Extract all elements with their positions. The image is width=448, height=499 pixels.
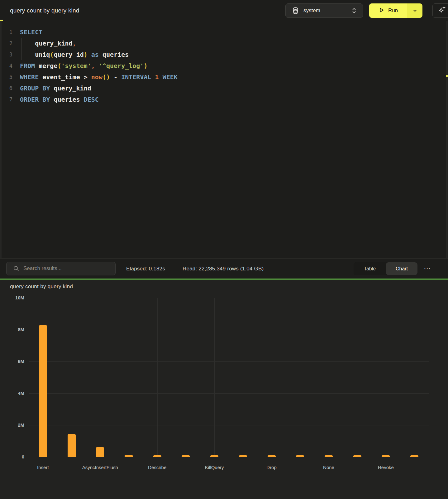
bar-chart: 02M4M6M8M10MInsertAsyncInsertFlushDescri…	[0, 280, 448, 499]
code-token-pn: ,	[91, 62, 95, 70]
code-token-pl	[20, 40, 35, 47]
bar-unlabeled	[125, 455, 133, 457]
bar-unlabeled	[353, 455, 361, 457]
y-axis-tick-label: 10M	[6, 295, 24, 301]
x-axis-tick-label: KillQuery	[188, 465, 241, 470]
code-token-pl	[95, 62, 99, 70]
gridline-horizontal	[29, 361, 429, 362]
code-token-id: query_id	[54, 51, 83, 58]
search-icon	[13, 266, 19, 271]
chevron-down-icon	[413, 8, 417, 13]
code-token-kw: GROUP BY	[20, 85, 50, 92]
gridline-vertical	[329, 298, 329, 457]
code-line[interactable]: 6GROUP BY query_kind	[0, 83, 442, 94]
code-token-pl	[39, 73, 42, 81]
bar-unlabeled	[296, 455, 304, 457]
cursor-edge-marker	[0, 20, 3, 21]
gridline-horizontal	[29, 298, 429, 298]
line-number: 6	[0, 83, 12, 94]
gridline-horizontal	[29, 330, 429, 330]
code-token-kw: INTERVAL	[121, 73, 151, 81]
gridline-horizontal	[29, 393, 429, 394]
search-box[interactable]	[6, 262, 116, 275]
bar-Revoke	[382, 455, 390, 457]
select-chevrons-icon	[352, 7, 356, 14]
gridline-vertical	[386, 298, 386, 457]
code-line[interactable]: 5WHERE event_time > now() - INTERVAL 1 W…	[0, 71, 442, 83]
code-token-pl	[35, 62, 39, 70]
line-number: 4	[0, 60, 12, 71]
code-token-str: 'system'	[61, 62, 91, 70]
y-axis-tick-label: 8M	[6, 327, 24, 332]
database-selected-value: system	[303, 7, 320, 14]
code-token-pl	[110, 73, 114, 81]
code-token-pl	[50, 85, 54, 92]
code-token-pl	[88, 73, 91, 81]
code-line[interactable]: 2 query_kind,	[0, 38, 442, 49]
database-icon	[293, 7, 298, 14]
line-number: 3	[0, 49, 12, 60]
code-token-pl	[88, 51, 91, 58]
gridline-vertical	[157, 298, 158, 457]
code-line[interactable]: 7ORDER BY queries DESC	[0, 94, 442, 105]
bar-unlabeled	[410, 455, 418, 457]
run-button-label: Run	[388, 7, 398, 14]
code-text: WHERE event_time > now() - INTERVAL 1 WE…	[20, 71, 178, 83]
tab-chart[interactable]: Chart	[386, 262, 417, 275]
gridline-horizontal	[29, 425, 429, 425]
code-text: ORDER BY queries DESC	[20, 94, 99, 105]
line-number: 7	[0, 94, 12, 105]
code-token-br: (	[57, 62, 61, 70]
elapsed-stat: Elapsed: 0.182s	[126, 259, 165, 279]
run-options-button[interactable]	[407, 3, 422, 18]
editor-scrollbar-ruler[interactable]	[446, 21, 448, 258]
code-token-br: )	[84, 51, 88, 58]
database-selector[interactable]: system	[285, 3, 363, 18]
bar-Describe	[153, 455, 161, 457]
indent-guide	[21, 38, 21, 60]
x-axis-tick-label: AsyncInsertFlush	[74, 465, 126, 470]
bar-Insert	[39, 325, 47, 457]
ruler-cursor-marker	[446, 75, 448, 77]
code-token-kw: as	[91, 51, 99, 58]
code-text: uniq(query_id) as queries	[20, 49, 129, 60]
tab-table[interactable]: Table	[354, 262, 386, 275]
run-button[interactable]: Run	[369, 3, 407, 18]
code-token-op: >	[84, 73, 88, 81]
code-line[interactable]: 4FROM merge('system', '^query_log')	[0, 60, 442, 71]
format-query-button[interactable]	[432, 3, 448, 18]
y-axis-tick-label: 0	[6, 454, 24, 460]
more-options-button[interactable]: ⋯	[421, 262, 434, 275]
search-results-input[interactable]	[23, 265, 111, 272]
code-token-pl	[99, 51, 102, 58]
code-token-id: query_kind	[54, 85, 91, 92]
code-lines[interactable]: 1SELECT2 query_kind,3 uniq(query_id) as …	[0, 27, 442, 105]
chart-panel: query count by query kind 02M4M6M8M10MIn…	[0, 280, 448, 499]
code-token-op: -	[114, 73, 117, 81]
x-axis-tick-label: None	[302, 465, 355, 470]
bar-KillQuery	[210, 455, 218, 457]
sql-editor[interactable]: 1SELECT2 query_kind,3 uniq(query_id) as …	[0, 21, 448, 258]
code-token-id: queries	[54, 96, 80, 103]
y-axis-tick-label: 6M	[6, 359, 24, 364]
code-token-kw: WHERE	[20, 73, 39, 81]
code-token-id: uniq	[35, 51, 50, 58]
results-toolbar: Elapsed: 0.182s Read: 22,285,349 rows (1…	[0, 258, 448, 279]
code-token-pl	[159, 73, 163, 81]
sparkle-icon	[438, 5, 446, 16]
code-text: SELECT	[20, 27, 42, 38]
x-axis-tick-label: Insert	[17, 465, 69, 470]
code-token-id: event_time	[42, 73, 80, 81]
code-token-pn: ,	[73, 40, 76, 47]
sql-console-window: query count by query kind system	[0, 0, 448, 499]
y-axis-tick-label: 2M	[6, 422, 24, 428]
code-line[interactable]: 1SELECT	[0, 27, 442, 38]
code-token-kw: SELECT	[20, 28, 42, 36]
query-title: query count by query kind	[10, 0, 79, 21]
code-text: GROUP BY query_kind	[20, 83, 91, 94]
bar-unlabeled	[68, 434, 76, 457]
code-token-pl	[50, 96, 54, 103]
code-token-id: merge	[39, 62, 57, 70]
code-line[interactable]: 3 uniq(query_id) as queries	[0, 49, 442, 60]
gridline-vertical	[100, 298, 100, 457]
